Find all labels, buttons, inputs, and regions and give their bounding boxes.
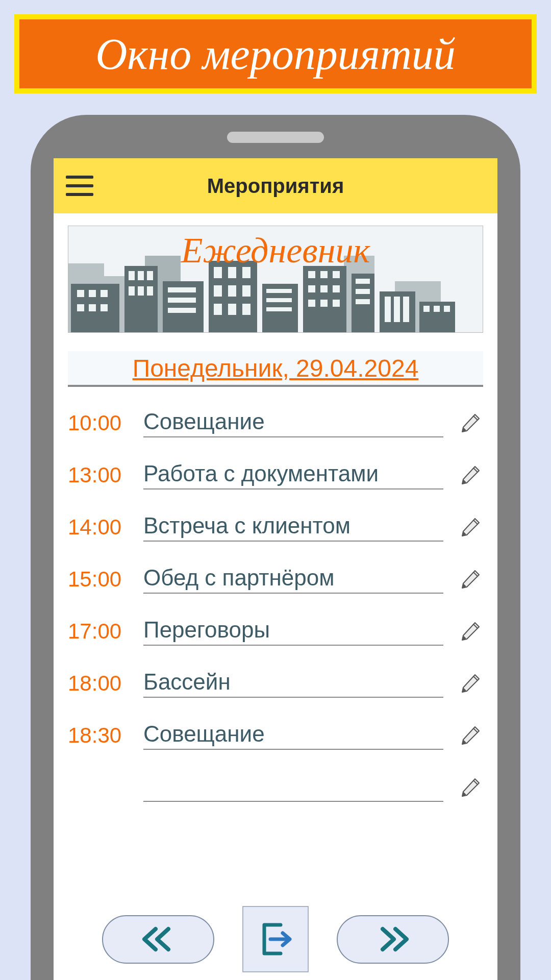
event-time: 13:00 [68, 463, 129, 487]
event-row: 18:30Совещание [68, 709, 483, 762]
app-screen: Мероприятия [54, 158, 497, 980]
edit-button[interactable] [458, 410, 483, 436]
edit-button[interactable] [458, 671, 483, 696]
event-time: 14:00 [68, 515, 129, 540]
edit-button[interactable] [458, 723, 483, 748]
pencil-icon [460, 673, 481, 694]
header-title: Мероприятия [54, 175, 497, 198]
event-row: 15:00Обед с партнёром [68, 553, 483, 605]
exit-button[interactable] [242, 906, 309, 972]
pencil-icon [460, 621, 481, 642]
edit-button[interactable] [458, 567, 483, 592]
event-time: 18:30 [68, 723, 129, 748]
event-row [68, 762, 483, 814]
promo-banner: Окно мероприятий [14, 14, 537, 93]
chevron-left-icon [140, 926, 176, 952]
pencil-icon [460, 777, 481, 798]
menu-icon[interactable] [66, 176, 93, 196]
event-time: 10:00 [68, 411, 129, 435]
event-row: 14:00Встреча с клиентом [68, 501, 483, 553]
phone-speaker [227, 132, 324, 143]
event-row: 13:00Работа с документами [68, 449, 483, 501]
event-row: 10:00Совещание [68, 397, 483, 449]
footer-nav [54, 906, 497, 972]
edit-button[interactable] [458, 462, 483, 488]
edit-button[interactable] [458, 514, 483, 540]
event-title[interactable]: Работа с документами [143, 461, 443, 489]
pencil-icon [460, 725, 481, 746]
events-list: 10:00Совещание 13:00Работа с документами… [68, 397, 483, 814]
next-button[interactable] [337, 915, 449, 964]
phone-frame: Мероприятия [31, 115, 520, 980]
event-row: 18:00Бассейн [68, 657, 483, 709]
event-row: 17:00Переговоры [68, 605, 483, 657]
pencil-icon [460, 412, 481, 434]
event-title[interactable]: Совещание [143, 409, 443, 437]
app-header: Мероприятия [54, 158, 497, 213]
event-title[interactable]: Бассейн [143, 669, 443, 698]
date-bar[interactable]: Понедельник, 29.04.2024 [68, 351, 483, 387]
hero-title: Ежедневник [68, 230, 483, 271]
pencil-icon [460, 517, 481, 538]
event-title[interactable]: Совещание [143, 721, 443, 750]
event-time: 17:00 [68, 619, 129, 644]
event-title[interactable]: Обед с партнёром [143, 565, 443, 594]
event-time: 18:00 [68, 671, 129, 696]
chevron-right-icon [375, 926, 411, 952]
edit-button[interactable] [458, 775, 483, 800]
pencil-icon [460, 569, 481, 590]
pencil-icon [460, 464, 481, 486]
prev-button[interactable] [102, 915, 214, 964]
event-title[interactable]: Переговоры [143, 617, 443, 646]
date-label: Понедельник, 29.04.2024 [133, 354, 419, 382]
hero-banner: Ежедневник [68, 226, 483, 333]
banner-title: Окно мероприятий [95, 29, 456, 80]
event-title[interactable]: Встреча с клиентом [143, 513, 443, 542]
event-time: 15:00 [68, 567, 129, 592]
event-title[interactable] [143, 773, 443, 802]
exit-icon [255, 919, 296, 960]
edit-button[interactable] [458, 619, 483, 644]
